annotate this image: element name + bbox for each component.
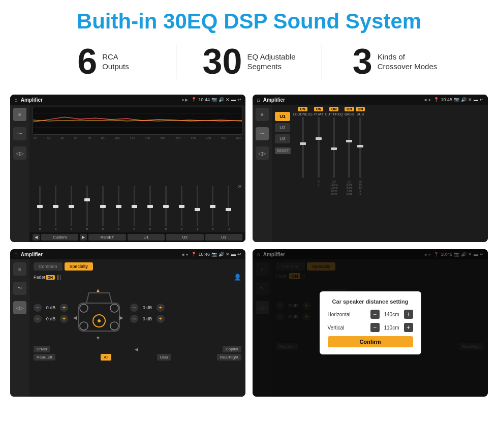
screen-crossover: ⌂ Amplifier ■ ● 📍 10:45 📷 🔊 ✕ ▬ ↩ ≡ 〜 ◁▷ <box>253 95 488 242</box>
time-1: 10:44 <box>198 97 210 102</box>
fader-all-btn[interactable]: All <box>101 354 111 361</box>
home-icon-2: ⌂ <box>257 97 260 103</box>
status-icons-2: 📍 10:45 📷 🔊 ✕ ▬ ↩ <box>433 97 484 102</box>
stat-rca: 6 RCA Outputs <box>30 44 176 79</box>
db-plus-fl[interactable]: + <box>60 304 68 312</box>
dialog-vertical-plus[interactable]: + <box>404 323 413 332</box>
eq-u1-btn[interactable]: U1 <box>128 234 165 241</box>
freq-50: 50 <box>74 137 78 140</box>
sidebar-eq-btn[interactable]: ≡ <box>13 108 26 121</box>
cross-reset-btn[interactable]: RESET <box>275 147 291 154</box>
sidebar-eq-btn-2[interactable]: ≡ <box>256 108 269 121</box>
dialog-horizontal-row: Horizontal − 140cm + <box>328 310 413 319</box>
eq-bottom-bar: ◀ Custom ▶ RESET U1 U2 U3 <box>29 232 245 242</box>
sidebar-vol-btn[interactable]: ◁▷ <box>13 146 26 160</box>
dialog-title: Car speaker distance setting <box>328 298 413 305</box>
db-minus-fl[interactable]: − <box>34 304 42 312</box>
db-minus-fr[interactable]: − <box>130 304 138 312</box>
db-value-fr: 0 dB <box>140 305 155 310</box>
dot-icons-3: ■ ● <box>182 252 189 257</box>
sidebar-2: ≡ 〜 ◁▷ <box>253 105 272 242</box>
fader-on-badge[interactable]: ON <box>46 275 55 280</box>
cross-sub-toggle[interactable]: ON <box>356 107 365 111</box>
fader-controls-area: − 0 dB + − 0 dB + <box>34 283 241 344</box>
x-icon-2: ✕ <box>468 97 472 102</box>
sidebar-wave-btn-2[interactable]: 〜 <box>256 127 269 140</box>
dialog-horizontal-plus[interactable]: + <box>404 310 413 319</box>
eq-slider-2: 0 <box>64 186 79 230</box>
cross-phat-label: PHAT <box>314 112 323 116</box>
confirm-button[interactable]: Confirm <box>328 336 413 347</box>
db-minus-rr[interactable]: − <box>130 315 138 323</box>
eq-prev-btn[interactable]: ◀ <box>33 234 40 241</box>
cross-u3-btn[interactable]: U3 <box>275 134 290 143</box>
cross-bass-slider[interactable] <box>348 117 350 178</box>
dialog-horizontal-label: Horizontal <box>328 312 351 317</box>
eq-next-btn[interactable]: ▶ <box>80 234 87 241</box>
sidebar-eq-btn-3[interactable]: ≡ <box>13 262 26 276</box>
cross-sub: ON SUB 20151050 <box>356 107 365 240</box>
vol-icon-1: 🔊 <box>219 97 224 102</box>
freq-80: 80 <box>101 137 105 140</box>
vol-icon-3: 🔊 <box>219 252 224 257</box>
fader-tab-common[interactable]: Common <box>34 262 63 271</box>
dialog-horizontal-minus[interactable]: − <box>370 310 380 319</box>
cross-u1-btn[interactable]: U1 <box>275 112 290 121</box>
cross-phat-toggle[interactable]: ON <box>314 107 324 111</box>
cross-loudness-label: LOUDNESS <box>293 112 313 116</box>
eq-more-btn[interactable]: » <box>237 183 242 190</box>
location-icon-2: 📍 <box>433 97 439 102</box>
cross-sliders: ON LOUDNESS ON PHAT G F <box>293 107 485 240</box>
fader-title: Fader <box>34 275 46 280</box>
stat-eq: 30 EQ Adjustable Segments <box>176 44 322 79</box>
fader-tab-specialty[interactable]: Specialty <box>65 262 94 271</box>
fader-user-btn[interactable]: User <box>157 354 172 361</box>
stat-label-eq: EQ Adjustable Segments <box>247 52 295 72</box>
dialog-vertical-minus[interactable]: − <box>370 323 380 332</box>
cross-sub-slider[interactable] <box>359 117 361 178</box>
eq-u2-btn[interactable]: U2 <box>166 234 203 241</box>
eq-slider-9: 0 <box>174 186 189 230</box>
cross-loudness-toggle[interactable]: ON <box>298 107 307 111</box>
crossover-main: U1 U2 U3 RESET ON LOUDNESS <box>272 105 488 242</box>
app-name-1: Amplifier <box>21 97 179 103</box>
distance-dialog: Car speaker distance setting Horizontal … <box>320 291 421 354</box>
cross-u2-btn[interactable]: U2 <box>275 123 290 132</box>
sidebar-vol-btn-2[interactable]: ◁▷ <box>256 146 269 160</box>
screens-grid: ⌂ Amplifier ● ▶ 📍 10:44 📷 🔊 ✕ ▬ ↩ ≡ 〜 ◁▷ <box>0 89 498 407</box>
cross-bass-toggle[interactable]: ON <box>345 107 354 111</box>
fader-right-controls: − 0 dB + − 0 dB + <box>130 304 165 323</box>
fader-rearleft-btn[interactable]: RearLeft <box>34 354 55 361</box>
db-plus-fr[interactable]: + <box>157 304 165 312</box>
db-minus-rl[interactable]: − <box>34 315 42 323</box>
cam-icon-2: 📷 <box>454 97 459 102</box>
fader-driver-btn[interactable]: Driver <box>34 346 50 352</box>
db-plus-rr[interactable]: + <box>157 315 165 323</box>
sidebar-wave-btn-3[interactable]: 〜 <box>13 282 26 295</box>
fader-copilot-btn[interactable]: Copilot <box>223 346 241 352</box>
svg-point-5 <box>98 319 101 322</box>
app-name-2: Amplifier <box>263 97 422 103</box>
svg-point-7 <box>110 304 118 312</box>
eq-graph <box>33 107 242 135</box>
sidebar-vol-btn-3[interactable]: ◁▷ <box>13 301 26 314</box>
cross-phat-slider[interactable] <box>318 117 320 178</box>
stat-label-crossover: Kinds of Crossover Modes <box>378 52 438 72</box>
cross-cutfreq-toggle[interactable]: ON <box>329 107 339 111</box>
vol-icon-2: 🔊 <box>461 97 466 102</box>
db-plus-rl[interactable]: + <box>60 315 68 323</box>
svg-point-8 <box>80 322 88 330</box>
sidebar-wave-btn[interactable]: 〜 <box>13 127 26 140</box>
cross-cutfreq-slider[interactable] <box>333 117 335 178</box>
eq-custom-btn[interactable]: Custom <box>41 234 78 241</box>
fader-rearright-btn[interactable]: RearRight <box>217 354 241 361</box>
freq-40: 40 <box>60 137 64 140</box>
cross-phat: ON PHAT G F <box>314 107 324 240</box>
status-bar-2: ⌂ Amplifier ■ ● 📍 10:45 📷 🔊 ✕ ▬ ↩ <box>253 95 488 105</box>
cross-presets: U1 U2 U3 RESET <box>275 107 291 240</box>
eq-u3-btn[interactable]: U3 <box>205 234 242 241</box>
cross-loudness-slider[interactable] <box>302 117 304 178</box>
fader-left-controls: − 0 dB + − 0 dB + <box>34 304 68 323</box>
dialog-vertical-row: Vertical − 110cm + <box>328 323 413 332</box>
eq-reset-btn[interactable]: RESET <box>88 234 126 241</box>
